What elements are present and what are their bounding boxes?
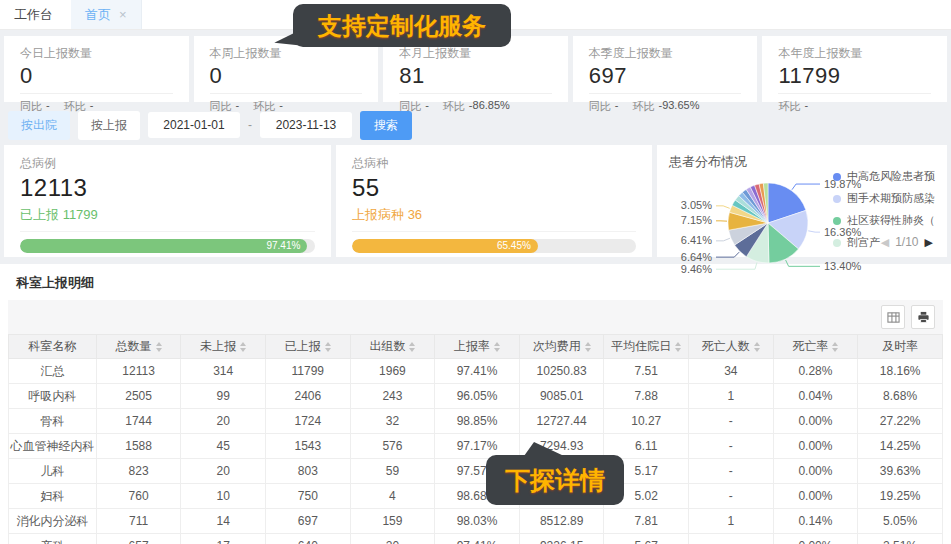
reported-count: 已上报 11799 [20, 206, 315, 224]
table-cell: 39.63% [858, 459, 943, 484]
workbench-menu[interactable]: 工作台 [0, 0, 71, 29]
column-header[interactable]: 次均费用 [519, 335, 604, 359]
search-button[interactable]: 搜索 [360, 111, 412, 140]
column-header-label: 死亡人数 [702, 338, 750, 355]
column-header[interactable]: 死亡人数 [689, 335, 774, 359]
column-header: 及时率 [858, 335, 943, 359]
date-end-input[interactable]: 2023-11-13 [260, 112, 352, 138]
sort-icon[interactable] [494, 342, 500, 352]
column-header-label: 科室名称 [28, 338, 76, 355]
table-row[interactable]: 骨科17442017243298.85%12727.4410.27-0.00%2… [9, 409, 943, 434]
table-cell: 2406 [266, 384, 351, 409]
column-header[interactable]: 平均住院日 [604, 335, 689, 359]
table-cell: 760 [96, 484, 181, 509]
legend-dot-icon [833, 195, 841, 203]
date-start-input[interactable]: 2021-01-01 [148, 112, 240, 138]
legend-item[interactable]: 中高危风险患者预 [833, 169, 937, 184]
total-cases-card: 总病例 12113 已上报 11799 97.41% [4, 145, 331, 257]
pager-next-icon[interactable]: ▶ [925, 236, 933, 249]
yoy-value: - [425, 99, 429, 114]
table-cell: 159 [350, 509, 435, 534]
column-header[interactable]: 出组数 [350, 335, 435, 359]
column-header-label: 出组数 [369, 338, 405, 355]
sort-icon[interactable] [585, 342, 591, 352]
stat-label: 本季度上报数量 [589, 45, 742, 62]
tab-home[interactable]: 首页 × [71, 0, 142, 29]
table-cell: 27.22% [858, 409, 943, 434]
table-row[interactable]: 呼吸内科250599240624396.05%9085.017.8810.04%… [9, 384, 943, 409]
sort-icon[interactable] [832, 342, 838, 352]
column-header-label: 及时率 [882, 338, 918, 355]
reported-diseases-count: 上报病种 36 [352, 206, 636, 224]
column-header[interactable]: 未上报 [181, 335, 266, 359]
stat-card-year: 本年度上报数量 11799 环比- [762, 36, 947, 102]
table-cell: 呼吸内科 [9, 384, 97, 409]
table-row[interactable]: 汇总1211331411799196997.41%10250.837.51340… [9, 359, 943, 384]
legend-label: 剖宫产 [847, 235, 880, 250]
table-cell: 34 [689, 359, 774, 384]
stat-value: 0 [210, 63, 363, 89]
print-button[interactable] [911, 305, 935, 329]
divider [20, 231, 315, 232]
mom-value: - [804, 99, 808, 114]
column-header[interactable]: 上报率 [435, 335, 520, 359]
table-cell: 803 [266, 459, 351, 484]
stat-footer: 环比- [778, 93, 931, 114]
table-cell: 59 [350, 459, 435, 484]
table-cell: 9226.15 [519, 534, 604, 544]
table-cell: 汇总 [9, 359, 97, 384]
pager-page-label: 1/10 [895, 235, 918, 249]
table-cell: 1969 [350, 359, 435, 384]
column-grid-icon [887, 311, 900, 324]
sort-icon[interactable] [240, 342, 246, 352]
by-report-button[interactable]: 按上报 [78, 111, 140, 140]
summary-row: 总病例 12113 已上报 11799 97.41% 总病种 55 上报病种 3… [4, 145, 947, 257]
column-settings-button[interactable] [881, 305, 905, 329]
table-row[interactable]: 妇科76010750498.68%5046.455.02-0.00%19.25% [9, 484, 943, 509]
sort-icon[interactable] [754, 342, 760, 352]
callout-customization: 支持定制化服务 [293, 4, 511, 47]
table-row[interactable]: 心血管神经内科158845154357697.17%7294.936.11-0.… [9, 434, 943, 459]
sub-label: 已上报 [20, 207, 59, 222]
pager-prev-icon[interactable]: ◀ [881, 236, 889, 249]
card-value: 55 [352, 174, 636, 202]
table-cell: 7.81 [604, 509, 689, 534]
sort-icon[interactable] [325, 342, 331, 352]
legend-item[interactable]: 围手术期预防感染 [833, 191, 937, 206]
pie-label-line [786, 260, 820, 266]
department-table: 科室名称总数量未上报已上报出组数上报率次均费用平均住院日死亡人数死亡率及时率 汇… [8, 334, 943, 544]
filter-row: 按出院 按上报 2021-01-01 - 2023-11-13 搜索 [8, 111, 943, 139]
sort-icon[interactable] [675, 342, 681, 352]
sort-icon[interactable] [156, 342, 162, 352]
stat-label: 本月上报数量 [399, 45, 552, 62]
column-header-label: 已上报 [285, 338, 321, 355]
table-cell: 妇科 [9, 484, 97, 509]
table-cell: 4 [350, 484, 435, 509]
pie-label-line [792, 184, 820, 190]
tab-close-icon[interactable]: × [119, 7, 127, 22]
legend-dot-icon [833, 217, 841, 225]
column-header[interactable]: 死亡率 [773, 335, 858, 359]
table-cell: 20 [181, 409, 266, 434]
table-cell: 0.04% [773, 384, 858, 409]
table-cell: 14 [181, 509, 266, 534]
table-row[interactable]: 儿科823208035997.57%2764.735.17-0.00%39.63… [9, 459, 943, 484]
mom-label: 环比 [778, 99, 800, 114]
column-header[interactable]: 已上报 [266, 335, 351, 359]
table-row[interactable]: 产科657176402097.41%9226.155.67-0.00%2.51% [9, 534, 943, 544]
table-row[interactable]: 消化内分泌科7111469715998.03%8512.897.8110.14%… [9, 509, 943, 534]
sort-icon[interactable] [409, 342, 415, 352]
table-cell: 576 [350, 434, 435, 459]
column-header[interactable]: 总数量 [96, 335, 181, 359]
pie-slice-label: 9.46% [681, 263, 712, 275]
by-discharge-button[interactable]: 按出院 [8, 111, 70, 140]
table-cell: 0.28% [773, 359, 858, 384]
legend-item[interactable]: 社区获得性肺炎（ [833, 213, 937, 228]
table-cell: 17 [181, 534, 266, 544]
callout-drilldown: 下探详情 [486, 455, 624, 505]
table-cell: 97.41% [435, 534, 520, 544]
mom-label: 环比 [632, 99, 654, 114]
table-cell: 32 [350, 409, 435, 434]
column-header-label: 未上报 [200, 338, 236, 355]
table-cell: 1543 [266, 434, 351, 459]
